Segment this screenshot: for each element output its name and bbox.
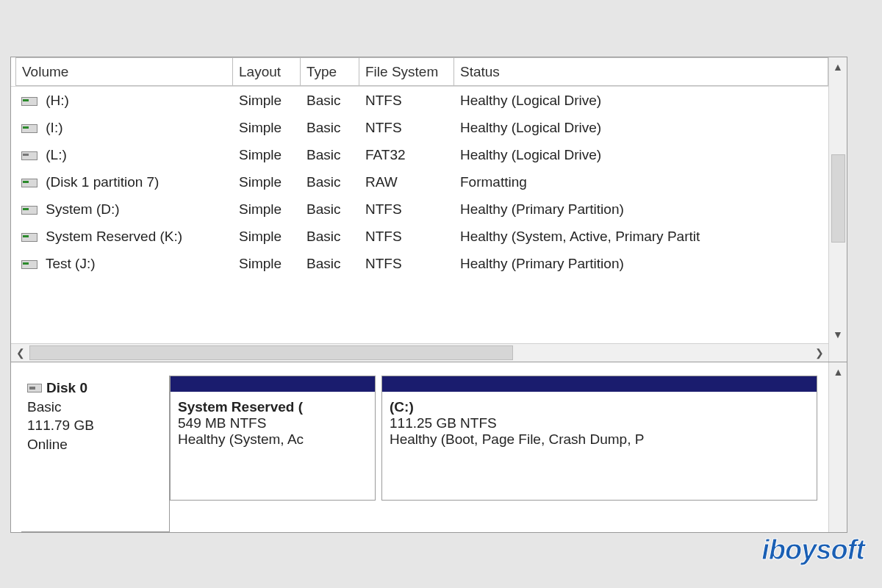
column-header-volume[interactable]: Volume: [15, 57, 233, 86]
table-row[interactable]: (L:) Simple Basic FAT32 Healthy (Logical…: [11, 141, 828, 168]
cell-type: Basic: [301, 198, 359, 220]
drive-icon: [21, 206, 36, 213]
drive-icon: [21, 151, 36, 159]
cell-layout: Simple: [233, 253, 301, 275]
cell-layout: Simple: [233, 117, 301, 139]
volume-list-pane: Volume Layout Type File System Status (H…: [11, 57, 847, 362]
scroll-down-icon[interactable]: ▼: [829, 325, 847, 343]
cell-volume: System Reserved (K:): [42, 229, 182, 244]
cell-filesystem: NTFS: [359, 253, 454, 275]
cell-filesystem: NTFS: [359, 226, 454, 248]
disk-management-window: Volume Layout Type File System Status (H…: [10, 57, 847, 533]
disk-title: Disk 0: [46, 380, 87, 395]
cell-layout: Simple: [233, 144, 301, 166]
cell-layout: Simple: [233, 171, 301, 193]
cell-type: Basic: [301, 117, 359, 139]
watermark-logo: iBoysoft: [761, 534, 864, 566]
table-row[interactable]: (H:) Simple Basic NTFS Healthy (Logical …: [11, 87, 828, 114]
drive-icon: [21, 97, 36, 104]
cell-type: Basic: [301, 144, 359, 166]
partition-size: 549 MB NTFS: [178, 415, 368, 431]
cell-status: Formatting: [454, 171, 828, 193]
cell-status: Healthy (Logical Drive): [454, 90, 828, 112]
scroll-right-icon[interactable]: ❯: [810, 344, 828, 362]
partition-size: 111.25 GB NTFS: [390, 415, 809, 431]
cell-volume: (L:): [42, 147, 67, 162]
partition-block[interactable]: (C:) 111.25 GB NTFS Healthy (Boot, Page …: [381, 376, 817, 501]
volume-table[interactable]: Volume Layout Type File System Status (H…: [11, 57, 828, 362]
partition-stripe: [170, 376, 376, 392]
column-header-filesystem[interactable]: File System: [359, 57, 454, 86]
cell-filesystem: NTFS: [359, 90, 454, 112]
cell-status: Healthy (System, Active, Primary Partit: [454, 226, 828, 248]
cell-status: Healthy (Primary Partition): [454, 198, 828, 220]
cell-filesystem: RAW: [359, 171, 454, 193]
cell-type: Basic: [301, 226, 359, 248]
cell-layout: Simple: [233, 90, 301, 112]
table-header-row: Volume Layout Type File System Status: [11, 57, 828, 87]
cell-volume: System (D:): [42, 201, 120, 217]
partition-block[interactable]: System Reserved ( 549 MB NTFS Healthy (S…: [170, 376, 376, 501]
table-row[interactable]: Test (J:) Simple Basic NTFS Healthy (Pri…: [11, 250, 828, 277]
disk-state: Online: [27, 435, 163, 454]
partition-status: Healthy (System, Ac: [178, 431, 368, 448]
cell-status: Healthy (Primary Partition): [454, 253, 828, 275]
cell-layout: Simple: [233, 226, 301, 248]
drive-icon: [21, 233, 36, 240]
column-header-layout[interactable]: Layout: [233, 57, 301, 86]
disk-type: Basic: [27, 398, 163, 417]
cell-volume: Test (J:): [42, 256, 96, 271]
cell-filesystem: NTFS: [359, 198, 454, 220]
disk-info-panel[interactable]: Disk 0 Basic 111.79 GB Online: [21, 376, 170, 532]
disk-icon: [27, 384, 42, 392]
vertical-scrollbar[interactable]: ▲: [828, 362, 847, 532]
partition-name: (C:): [390, 399, 809, 415]
table-row[interactable]: System (D:) Simple Basic NTFS Healthy (P…: [11, 196, 828, 223]
table-row[interactable]: (Disk 1 partition 7) Simple Basic RAW Fo…: [11, 168, 828, 196]
drive-icon: [21, 260, 36, 268]
scrollbar-thumb[interactable]: [831, 154, 845, 243]
cell-type: Basic: [301, 90, 359, 112]
table-row[interactable]: (I:) Simple Basic NTFS Healthy (Logical …: [11, 114, 828, 141]
cell-layout: Simple: [233, 198, 301, 220]
vertical-scrollbar[interactable]: ▲ ▼: [828, 57, 847, 362]
cell-type: Basic: [301, 171, 359, 193]
cell-volume: (H:): [42, 93, 69, 108]
cell-volume: (I:): [42, 120, 63, 135]
cell-filesystem: FAT32: [359, 144, 454, 166]
cell-status: Healthy (Logical Drive): [454, 144, 828, 166]
partition-name: System Reserved (: [178, 399, 368, 415]
scroll-up-icon[interactable]: ▲: [829, 362, 847, 381]
scroll-up-icon[interactable]: ▲: [829, 57, 847, 76]
column-header-type[interactable]: Type: [301, 57, 359, 86]
column-header-status[interactable]: Status: [454, 57, 828, 86]
table-row[interactable]: System Reserved (K:) Simple Basic NTFS H…: [11, 223, 828, 250]
scrollbar-thumb[interactable]: [29, 345, 513, 360]
cell-volume: (Disk 1 partition 7): [42, 174, 159, 190]
cell-type: Basic: [301, 253, 359, 275]
disk-map-pane: Disk 0 Basic 111.79 GB Online System Res…: [11, 362, 847, 532]
scrollbar-track[interactable]: [29, 344, 810, 362]
partition-stripe: [381, 376, 817, 392]
drive-icon: [21, 179, 36, 186]
drive-icon: [21, 124, 36, 132]
partition-status: Healthy (Boot, Page File, Crash Dump, P: [390, 431, 809, 448]
disk-size: 111.79 GB: [27, 416, 163, 435]
cell-status: Healthy (Logical Drive): [454, 117, 828, 139]
cell-filesystem: NTFS: [359, 117, 454, 139]
horizontal-scrollbar[interactable]: ❮ ❯: [11, 343, 828, 362]
scroll-left-icon[interactable]: ❮: [11, 344, 29, 362]
partition-map: System Reserved ( 549 MB NTFS Healthy (S…: [170, 376, 847, 532]
